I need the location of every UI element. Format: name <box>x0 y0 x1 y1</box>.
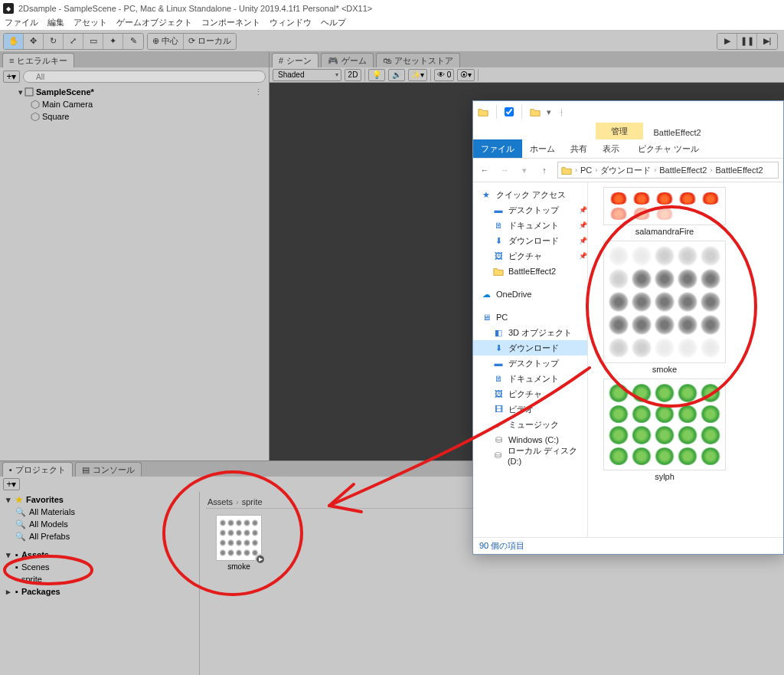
pause-button[interactable]: ❚❚ <box>737 34 757 49</box>
nav-recent-icon[interactable]: ▾ <box>518 163 531 177</box>
scene-visibility-icon[interactable]: 👁 0 <box>434 69 454 81</box>
file-smoke[interactable]: smoke <box>596 241 733 374</box>
explorer-menu-file[interactable]: ファイル <box>473 139 522 158</box>
play-controls: ▶ ❚❚ ▶| <box>717 33 778 50</box>
qa-desktop[interactable]: ▬デスクトップ📌 <box>473 202 587 218</box>
pivot-local-button[interactable]: ⟳ ローカル <box>184 34 236 49</box>
fav-all-prefabs[interactable]: 🔍All Prefabs <box>0 530 199 542</box>
documents-icon: 🗎 <box>493 373 504 384</box>
hierarchy-search-input[interactable] <box>23 70 266 83</box>
rect-tool-icon[interactable]: ▭ <box>83 34 103 49</box>
unity-menubar[interactable]: ファイル 編集 アセット ゲームオブジェクト コンポーネント ウィンドウ ヘルプ <box>0 17 784 31</box>
hierarchy-item-camera[interactable]: Main Camera <box>2 98 267 110</box>
console-tab[interactable]: ▤コンソール <box>75 462 142 477</box>
explorer-titlebar[interactable]: ▾ ⟊ <box>473 101 783 123</box>
explorer-menu-home[interactable]: ホーム <box>522 139 563 158</box>
nav-up-icon[interactable]: ↑ <box>537 163 551 177</box>
pc-desktop[interactable]: ▬デスクトップ <box>473 356 587 371</box>
desktop-icon: ▬ <box>493 358 504 369</box>
menu-gameobject[interactable]: ゲームオブジェクト <box>116 17 192 30</box>
pc-3d[interactable]: ◧3D オブジェクト <box>473 325 587 340</box>
disk-icon: ⛁ <box>493 434 504 445</box>
explorer-qat-checkbox[interactable] <box>505 107 514 116</box>
menu-component[interactable]: コンポーネント <box>201 17 260 30</box>
scale-tool-icon[interactable]: ⤢ <box>64 34 83 49</box>
menu-edit[interactable]: 編集 <box>47 17 64 30</box>
search-icon: 🔍 <box>15 532 26 542</box>
custom-tool-icon[interactable]: ✎ <box>123 34 143 49</box>
quick-access[interactable]: ★クイック アクセス <box>473 187 587 202</box>
folder-icon: ▪ <box>15 587 18 596</box>
qa-pictures[interactable]: 🖼ピクチャ📌 <box>473 248 587 264</box>
play-button[interactable]: ▶ <box>717 34 737 49</box>
menu-asset[interactable]: アセット <box>74 17 107 30</box>
assetstore-tab[interactable]: 🛍アセットストア <box>376 53 460 67</box>
scene-icon: # <box>279 56 283 65</box>
scene-tab[interactable]: #シーン <box>272 53 318 67</box>
pc-videos[interactable]: 🎞ビデオ <box>473 401 587 417</box>
scene-gizmo-icon[interactable]: ⦿▾ <box>457 69 475 81</box>
file-salamandrafire[interactable]: salamandraFire <box>596 187 733 236</box>
folder-scenes[interactable]: ▪Scenes <box>0 561 199 573</box>
move-tool-icon[interactable]: ✥ <box>24 34 44 49</box>
scene-row[interactable]: ▾ SampleScene* ⋮ <box>2 86 267 98</box>
qat-overflow-icon[interactable]: ⟊ <box>559 107 564 116</box>
scene-audio-icon[interactable]: 🔊 <box>388 69 405 81</box>
pc-pictures[interactable]: 🖼ピクチャ <box>473 386 587 401</box>
pc-documents[interactable]: 🗎ドキュメント <box>473 371 587 386</box>
qa-downloads[interactable]: ⬇ダウンロード📌 <box>473 233 587 248</box>
onedrive[interactable]: ☁OneDrive <box>473 287 587 302</box>
hierarchy-tab[interactable]: ≡ ヒエラルキー <box>2 53 74 67</box>
nav-forward-icon[interactable]: → <box>498 163 511 177</box>
hierarchy-item-square[interactable]: Square <box>2 110 267 123</box>
fav-all-models[interactable]: 🔍All Models <box>0 518 199 530</box>
shading-mode-dropdown[interactable]: Shaded <box>273 69 341 81</box>
folder-icon: ▪ <box>15 575 18 584</box>
hand-tool-icon[interactable]: ✋ <box>4 34 24 49</box>
folder-sprite[interactable]: ▪sprite <box>0 573 199 585</box>
qat-dropdown-icon[interactable]: ▾ <box>547 107 551 117</box>
menu-help[interactable]: ヘルプ <box>321 17 346 30</box>
documents-icon: 🗎 <box>493 220 504 231</box>
explorer-sidebar[interactable]: ★クイック アクセス ▬デスクトップ📌 🗎ドキュメント📌 ⬇ダウンロード📌 🖼ピ… <box>473 182 588 537</box>
transform-tool-icon[interactable]: ✦ <box>103 34 123 49</box>
play-overlay-icon: ▶ <box>255 554 266 565</box>
project-tab[interactable]: ▪プロジェクト <box>2 462 73 477</box>
pc-icon: 🖥 <box>481 312 492 323</box>
game-tab[interactable]: 🎮ゲーム <box>321 53 374 67</box>
scene-light-icon[interactable]: 💡 <box>368 69 385 81</box>
pc-downloads[interactable]: ⬇ダウンロード <box>473 340 587 356</box>
step-button[interactable]: ▶| <box>757 34 777 49</box>
file-sylph[interactable]: sylph <box>596 378 733 481</box>
this-pc[interactable]: 🖥PC <box>473 310 587 325</box>
explorer-content[interactable]: salamandraFire smoke <box>588 182 783 537</box>
menu-window[interactable]: ウィンドウ <box>270 17 312 30</box>
cube-icon: ◧ <box>493 327 504 338</box>
explorer-address-bar[interactable]: › PC› ダウンロード› BattleEffect2› BattleEffec… <box>557 162 779 179</box>
qa-documents[interactable]: 🗎ドキュメント📌 <box>473 218 587 233</box>
window-title: 2Dsample - SampleScene - PC, Mac & Linux… <box>18 4 372 13</box>
hierarchy-add-button[interactable]: +▾ <box>3 70 20 83</box>
pivot-center-button[interactable]: ⊕ 中心 <box>148 34 184 49</box>
star-icon: ★ <box>15 495 23 505</box>
pc-music[interactable]: ♪ミュージック <box>473 417 587 432</box>
project-add-button[interactable]: +▾ <box>3 478 20 490</box>
explorer-manage-tab[interactable]: 管理 <box>596 123 643 139</box>
pc-ddrive[interactable]: ⛁ローカル ディスク (D:) <box>473 447 587 463</box>
asset-smoke[interactable]: ▶ smoke <box>212 515 266 571</box>
qa-battleeffect[interactable]: BattleEffect2 <box>473 264 587 279</box>
foldout-icon[interactable]: ▾ <box>17 87 24 97</box>
file-explorer-window[interactable]: ▾ ⟊ 管理 BattleEffect2 ファイル ホーム 共有 表示 ピクチャ… <box>472 100 784 555</box>
scene-fx-icon[interactable]: ✨▾ <box>408 69 427 81</box>
rotate-tool-icon[interactable]: ↻ <box>44 34 64 49</box>
nav-back-icon[interactable]: ← <box>478 163 492 177</box>
folder-icon: ▪ <box>15 562 18 572</box>
menu-file[interactable]: ファイル <box>5 17 38 30</box>
explorer-menu-share[interactable]: 共有 <box>563 139 595 158</box>
explorer-menu-view[interactable]: 表示 <box>595 139 627 158</box>
scene-menu-icon[interactable]: ⋮ <box>254 87 267 97</box>
scene-2d-toggle[interactable]: 2D <box>345 69 361 81</box>
fav-all-materials[interactable]: 🔍All Materials <box>0 506 199 518</box>
explorer-picture-tools[interactable]: ピクチャ ツール <box>632 139 705 158</box>
project-tree[interactable]: ▾★Favorites 🔍All Materials 🔍All Models 🔍… <box>0 492 200 675</box>
